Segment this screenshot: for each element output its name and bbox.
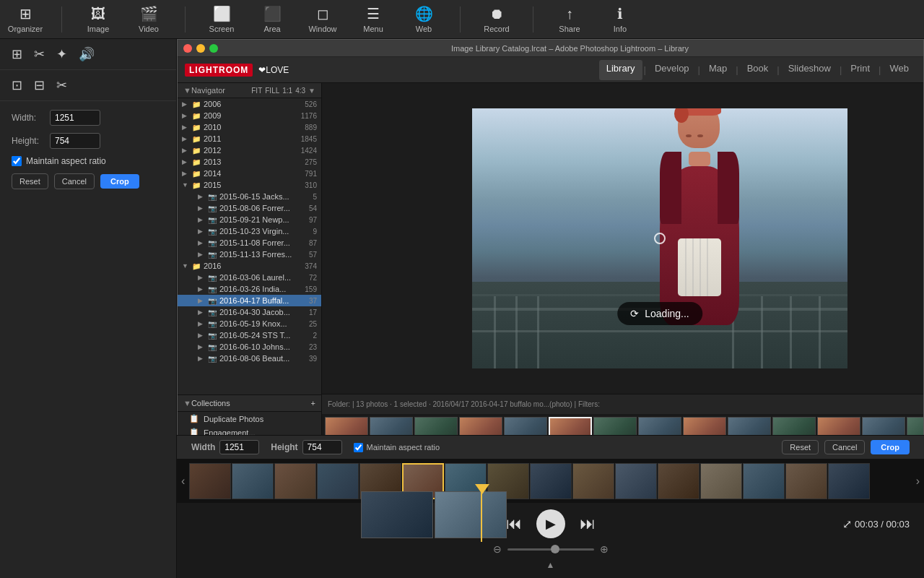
zoom-in-icon[interactable]: ⊕ [600, 543, 609, 555]
crop-button[interactable]: Crop [100, 174, 139, 189]
vf-thumb-4[interactable] [317, 463, 359, 499]
popup-thumb-2[interactable] [435, 491, 507, 538]
folder-2016-0519[interactable]: ▶ 📷 2016-05-19 Knox... 25 [178, 318, 321, 329]
vf-thumb-1[interactable] [189, 463, 231, 499]
four-to-three-option[interactable]: 4:3 [295, 87, 305, 95]
vf-thumb-15[interactable] [785, 463, 827, 499]
toolbar-area[interactable]: ⬛ Area [254, 5, 290, 33]
fill-option[interactable]: FILL [265, 87, 279, 95]
toolbar-web[interactable]: 🌐 Web [406, 5, 442, 33]
tab-print[interactable]: Print [843, 60, 877, 80]
one-to-one-option[interactable]: 1:1 [282, 87, 292, 95]
folder-2016-0610[interactable]: ▶ 📷 2016-06-10 Johns... 23 [178, 341, 321, 353]
tab-map[interactable]: Map [702, 60, 734, 80]
filmstrip-left-arrow-icon[interactable]: ‹ [177, 475, 189, 488]
tab-library[interactable]: Library [599, 60, 642, 80]
tool-audio-icon[interactable]: 🔊 [79, 46, 95, 62]
minimize-button[interactable] [196, 44, 205, 53]
folder-2016[interactable]: ▼ 📁 2016 374 [178, 260, 321, 272]
vf-thumb-11[interactable] [615, 463, 657, 499]
folder-2011[interactable]: ▶ 📁 2011 1845 [178, 133, 321, 144]
tool-crop-select-icon[interactable]: ⊟ [34, 77, 45, 93]
fit-option[interactable]: FIT [251, 87, 262, 95]
popup-thumb-1[interactable] [361, 491, 433, 538]
lr-nav-tabs: Library | Develop | Map | Book | Slidesh… [599, 60, 916, 80]
vf-thumb-3[interactable] [274, 463, 316, 499]
vf-thumb-10[interactable] [572, 463, 614, 499]
toolbar-organizer[interactable]: ⊞ Organizer [7, 5, 43, 33]
folder-2012[interactable]: ▶ 📁 2012 1424 [178, 144, 321, 156]
folder-2016-0326[interactable]: ▶ 📷 2016-03-26 India... 159 [178, 283, 321, 295]
vf-thumb-16[interactable] [828, 463, 870, 499]
maximize-button[interactable] [209, 44, 218, 53]
folder-2016-0306[interactable]: ▶ 📷 2016-03-06 Laurel... 72 [178, 272, 321, 283]
toolbar-window[interactable]: ◻ Window [305, 5, 341, 33]
vf-thumb-12[interactable] [658, 463, 699, 499]
close-button[interactable] [183, 44, 192, 53]
folder-2016-0806[interactable]: ▶ 📷 2016-08-06 Beaut... 39 [178, 353, 321, 364]
folder-2015-0806[interactable]: ▶ 📷 2015-08-06 Forrer... 54 [178, 202, 321, 214]
toolbar-info[interactable]: ℹ Info [602, 5, 638, 33]
tab-web[interactable]: Web [882, 60, 916, 80]
collections-add-icon[interactable]: + [311, 399, 315, 407]
folder-2015[interactable]: ▼ 📁 2015 310 [178, 179, 321, 191]
fast-forward-button[interactable]: ⏭ [580, 514, 596, 533]
toolbar-menu[interactable]: ☰ Menu [355, 5, 391, 33]
toolbar-screen[interactable]: ⬜ Screen [204, 5, 240, 33]
play-button[interactable]: ▶ [536, 509, 565, 538]
fullscreen-button[interactable]: ⤢ [842, 517, 852, 531]
toolbar-video[interactable]: 🎬 Video [131, 5, 167, 33]
tool-copy-icon[interactable]: ✦ [56, 46, 67, 62]
zoom-handle[interactable] [551, 545, 559, 553]
folder-2015-0921[interactable]: ▶ 📷 2015-09-21 Newp... 97 [178, 214, 321, 225]
folder-2016-0430[interactable]: ▶ 📷 2016-04-30 Jacob... 17 [178, 306, 321, 318]
ct-maintain-checkbox[interactable] [354, 443, 363, 452]
collection-duplicate-photos[interactable]: 📋 Duplicate Photos [178, 412, 321, 426]
vf-thumb-13[interactable] [700, 463, 742, 499]
width-row: Width: [12, 110, 165, 126]
navigator-collapse-icon[interactable]: ▼ [183, 86, 191, 95]
folder-2016-0524[interactable]: ▶ 📷 2016-05-24 STS T... 2 [178, 329, 321, 341]
folder-2013[interactable]: ▶ 📁 2013 275 [178, 156, 321, 168]
tab-develop[interactable]: Develop [648, 60, 697, 80]
folder-2010[interactable]: ▶ 📁 2010 889 [178, 121, 321, 133]
height-input[interactable] [50, 133, 100, 149]
folder-2014[interactable]: ▶ 📁 2014 791 [178, 168, 321, 179]
toolbar-record[interactable]: ⏺ Record [479, 6, 515, 33]
ct-height-input[interactable] [302, 440, 342, 454]
collections-collapse-icon[interactable]: ▼ [183, 399, 191, 407]
ct-crop-button[interactable]: Crop [871, 440, 910, 454]
vf-thumb-9[interactable] [530, 463, 572, 499]
vf-thumb-14[interactable] [743, 463, 785, 499]
ct-reset-button[interactable]: Reset [782, 440, 819, 454]
reset-button[interactable]: Reset [12, 173, 48, 189]
tool-scissors2-icon[interactable]: ✂ [56, 77, 67, 93]
filmstrip-right-arrow-icon[interactable]: › [912, 475, 924, 488]
folder-2006[interactable]: ▶ 📁 2006 526 [178, 98, 321, 110]
zoom-out-icon[interactable]: ⊖ [493, 543, 502, 555]
folder-2015-1108[interactable]: ▶ 📷 2015-11-08 Forrer... 87 [178, 237, 321, 249]
tab-slideshow[interactable]: Slideshow [781, 60, 838, 80]
panel-expand-icon[interactable]: ▼ [308, 87, 315, 95]
toolbar-image[interactable]: 🖼 Image [80, 6, 116, 33]
maintain-aspect-checkbox[interactable] [12, 156, 22, 166]
folder-2009[interactable]: ▶ 📁 2009 1176 [178, 110, 321, 121]
rewind-button[interactable]: ⏮ [506, 514, 522, 533]
bottom-arrow-icon[interactable]: ▲ [546, 560, 555, 574]
folder-2015-1113[interactable]: ▶ 📷 2015-11-13 Forres... 57 [178, 249, 321, 260]
zoom-slider[interactable] [507, 548, 594, 551]
tool-crop-rect-icon[interactable]: ⊡ [12, 77, 22, 93]
width-input[interactable] [50, 110, 100, 126]
tab-book[interactable]: Book [740, 60, 776, 80]
folder-2016-0417[interactable]: ▶ 📷 2016-04-17 Buffal... 37 [178, 295, 321, 306]
subfolder-arrow-icon: ▶ [198, 204, 205, 212]
folder-2015-0615[interactable]: ▶ 📷 2015-06-15 Jacks... 5 [178, 191, 321, 202]
vf-thumb-2[interactable] [232, 463, 274, 499]
tool-grid-icon[interactable]: ⊞ [12, 46, 22, 62]
tool-scissors-icon[interactable]: ✂ [34, 46, 45, 62]
cancel-button[interactable]: Cancel [54, 173, 95, 189]
ct-cancel-button[interactable]: Cancel [824, 440, 865, 454]
ct-width-input[interactable] [219, 440, 259, 454]
folder-2015-1023[interactable]: ▶ 📷 2015-10-23 Virgin... 9 [178, 225, 321, 237]
toolbar-share[interactable]: ↑ Share [552, 6, 588, 33]
